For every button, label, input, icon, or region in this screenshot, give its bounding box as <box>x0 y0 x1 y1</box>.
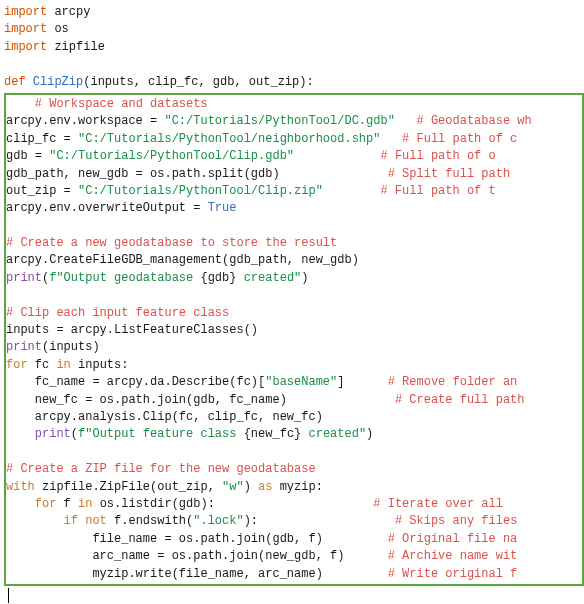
code-line-9: gdb = "C:/Tutorials/PythonTool/Clip.gdb"… <box>6 148 582 165</box>
code-line-7: arcpy.env.workspace = "C:/Tutorials/Pyth… <box>6 113 582 130</box>
code-line-10: gdb_path, new_gdb = os.path.split(gdb) #… <box>6 166 582 183</box>
code-line-28: with zipfile.ZipFile(out_zip, "w") as my… <box>6 479 582 496</box>
code-line-3: import zipfile <box>4 39 584 56</box>
code-line-19: inputs = arcpy.ListFeatureClasses() <box>6 322 582 339</box>
code-line-8: clip_fc = "C:/Tutorials/PythonTool/neigh… <box>6 131 582 148</box>
code-line-23: new_fc = os.path.join(gdb, fc_name) # Cr… <box>6 392 582 409</box>
code-line-15: arcpy.CreateFileGDB_management(gdb_path,… <box>6 252 582 269</box>
code-line-32: arc_name = os.path.join(new_gdb, f) # Ar… <box>6 548 582 565</box>
code-line-1: import arcpy <box>4 4 584 21</box>
code-line-16: print(f"Output geodatabase {gdb} created… <box>6 270 582 287</box>
code-line-22: fc_name = arcpy.da.Describe(fc)["baseNam… <box>6 374 582 391</box>
code-line-27: # Create a ZIP file for the new geodatab… <box>6 461 582 478</box>
code-line-24: arcpy.analysis.Clip(fc, clip_fc, new_fc) <box>6 409 582 426</box>
code-line-blank-2 <box>6 218 582 235</box>
code-line-30: if not f.endswith(".lock"): # Skips any … <box>6 513 582 530</box>
code-line-29: for f in os.listdir(gdb): # Iterate over… <box>6 496 582 513</box>
code-line-33: myzip.write(file_name, arc_name) # Write… <box>6 566 582 583</box>
code-line-31: file_name = os.path.join(gdb, f) # Origi… <box>6 531 582 548</box>
code-line-18: # Clip each input feature class <box>6 305 582 322</box>
code-line-6: # Workspace and datasets <box>6 96 582 113</box>
code-line-14: # Create a new geodatabase to store the … <box>6 235 582 252</box>
text-cursor <box>8 588 9 603</box>
highlighted-code-block: # Workspace and datasets arcpy.env.works… <box>4 93 584 586</box>
code-line-5: def ClipZip(inputs, clip_fc, gdb, out_zi… <box>4 74 584 91</box>
code-line-blank-4 <box>6 444 582 461</box>
code-line-20: print(inputs) <box>6 339 582 356</box>
code-line-blank-3 <box>6 287 582 304</box>
code-line-12: arcpy.env.overwriteOutput = True <box>6 200 582 217</box>
code-line-21: for fc in inputs: <box>6 357 582 374</box>
code-line-25: print(f"Output feature class {new_fc} cr… <box>6 426 582 443</box>
code-line-11: out_zip = "C:/Tutorials/PythonTool/Clip.… <box>6 183 582 200</box>
cursor-line[interactable] <box>4 588 584 604</box>
code-line-2: import os <box>4 21 584 38</box>
code-line-blank-1 <box>4 56 584 73</box>
